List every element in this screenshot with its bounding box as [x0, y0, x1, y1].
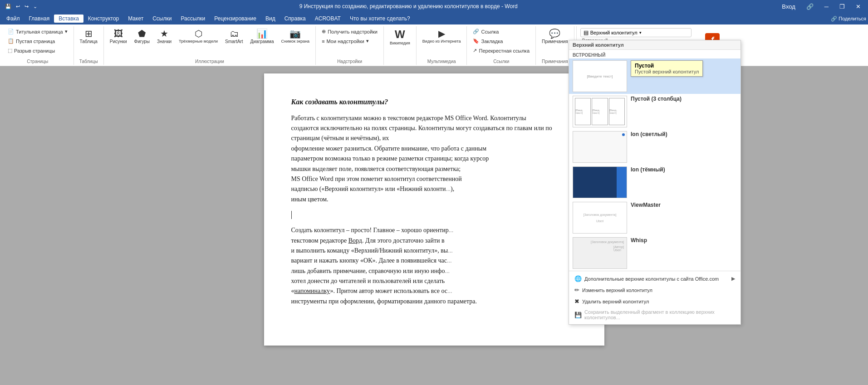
window-title: 9 Инструкция по созданию, редактированию… — [39, 3, 778, 10]
pictures-button[interactable]: 🖼 Рисунки — [107, 27, 130, 46]
3col-preview: [Введ. текст] [Введ. текст] [Введ. текст… — [573, 96, 627, 127]
tooltip-box: Пустой Пустой верхний колонтитул — [631, 60, 703, 77]
viewmaster-preview: [Заголовок документа]Uberi — [573, 202, 627, 234]
panel-item-ion-light[interactable]: Ion (светлый) — [569, 129, 740, 165]
col2: [Введ. текст] — [592, 98, 608, 125]
cursor-line — [291, 211, 577, 219]
cover-page-arrow: ▾ — [65, 29, 68, 34]
3d-models-button[interactable]: ⬡ Трёхмерные модели — [176, 27, 221, 45]
bookmark-icon: 🔖 — [473, 38, 479, 44]
menu-help[interactable]: Справка — [280, 15, 310, 23]
tables-items: ⊞ Таблица — [77, 27, 101, 57]
panel-item-3col[interactable]: [Введ. текст] [Введ. текст] [Введ. текст… — [569, 94, 740, 129]
menu-references[interactable]: Ссылки — [148, 15, 176, 23]
blank-page-icon: 📋 — [8, 38, 14, 44]
viewmaster-name: ViewMaster — [631, 202, 661, 208]
empty-info: Пустой Пустой верхний колонтитул — [631, 60, 703, 92]
save-to-collection-button: 💾 Сохранить выделенный фрагмент в коллек… — [569, 307, 740, 322]
chart-button[interactable]: 📊 Диаграмма — [247, 27, 277, 46]
delete-header-icon: ✖ — [574, 298, 579, 305]
table-icon: ⊞ — [85, 29, 93, 38]
blank-page-button[interactable]: 📋 Пустая страница — [5, 37, 71, 45]
comment-icon: 💬 — [549, 29, 560, 38]
illustrations-group-label: Иллюстрации — [195, 58, 224, 64]
menu-file[interactable]: Файл — [2, 15, 25, 23]
pages-items: 📄 Титульная страница ▾ 📋 Пустая страница… — [5, 27, 71, 57]
comment-button[interactable]: 💬 Примечания — [539, 27, 571, 46]
ion-light-name: Ion (светлый) — [631, 131, 667, 137]
menu-home[interactable]: Главная — [25, 15, 54, 23]
menu-mailings[interactable]: Рассылки — [176, 15, 210, 23]
header-panel-content: Встроенный [Введите текст] Пустой Пустой… — [569, 50, 740, 271]
illustrations-items: 🖼 Рисунки ⬟ Фигуры ★ Значки ⬡ Трёхмерные… — [107, 27, 313, 57]
ion-light-preview — [573, 131, 627, 163]
smartart-button[interactable]: 🗂 SmartArt — [222, 27, 246, 46]
menu-layout[interactable]: Макет — [123, 15, 148, 23]
cross-ref-button[interactable]: ↗ Перекрестная ссылка — [470, 46, 533, 55]
my-addins-arrow: ▾ — [366, 38, 369, 44]
title-bar-left: 💾 ↩ ↪ ⌄ — [4, 3, 39, 10]
ribbon-group-wikipedia: W Википедия — [384, 26, 417, 65]
edit-header-icon: ✏ — [574, 287, 579, 293]
undo-button[interactable]: ↩ — [15, 3, 21, 10]
login-button[interactable]: Вход — [778, 2, 799, 11]
document-paragraph-2: Создать колонтитул – просто! Главное – х… — [291, 225, 577, 307]
wikipedia-items: W Википедия — [387, 27, 413, 62]
pictures-icon: 🖼 — [114, 29, 123, 38]
close-button[interactable]: ✕ — [852, 2, 864, 11]
menu-view[interactable]: Вид — [261, 15, 280, 23]
page-break-button[interactable]: ⬚ Разрыв страницы — [5, 46, 71, 55]
ribbon-group-illustrations: 🖼 Рисунки ⬟ Фигуры ★ Значки ⬡ Трёхмерные… — [104, 26, 316, 65]
my-addins-icon: ≡ — [322, 39, 324, 44]
document-paragraph-1: Работать с колонтитулами можно в текстов… — [291, 113, 577, 205]
menu-search[interactable]: Что вы хотите сделать? — [345, 15, 415, 23]
save-button[interactable]: 💾 — [4, 3, 13, 10]
header-footer-dropdown[interactable]: ▤ Верхний колонтитул ▾ — [580, 28, 691, 37]
panel-item-empty[interactable]: [Введите текст] Пустой Пустой верхний ко… — [569, 58, 740, 94]
smartart-icon: 🗂 — [230, 29, 239, 38]
media-items: ▶ Видео из Интернета — [419, 27, 464, 57]
links-items: 🔗 Ссылка 🔖 Закладка ↗ Перекрестная ссылк… — [470, 27, 533, 57]
wikipedia-button[interactable]: W Википедия — [387, 27, 413, 47]
document-page[interactable]: Как создавать колонтитулы? Работать с ко… — [264, 73, 604, 346]
tables-group-label: Таблицы — [79, 58, 98, 64]
ion-light-info: Ion (светлый) — [631, 131, 667, 163]
panel-item-ion-dark[interactable]: Ion (тёмный) — [569, 165, 740, 200]
restore-button[interactable]: ❐ — [836, 2, 848, 11]
whisp-name: Whisp — [631, 237, 647, 244]
menu-review[interactable]: Рецензирование — [210, 15, 261, 23]
table-button[interactable]: ⊞ Таблица — [77, 27, 101, 46]
share-icon[interactable]: 🔗 — [803, 2, 817, 11]
icons-button[interactable]: ★ Значки — [154, 27, 175, 46]
panel-item-viewmaster[interactable]: [Заголовок документа]Uberi ViewMaster — [569, 200, 740, 235]
minimize-button[interactable]: ─ — [821, 2, 832, 11]
panel-item-whisp[interactable]: [Заголовок документа] [Автор]Uberi Whisp — [569, 235, 740, 271]
get-addins-button[interactable]: ⊕ Получить надстройки — [319, 27, 381, 36]
quick-access-toolbar: 💾 ↩ ↪ ⌄ — [4, 3, 39, 10]
3d-icon: ⬡ — [195, 29, 202, 38]
edit-header-button[interactable]: ✏ Изменить верхний колонтитул — [569, 284, 740, 296]
cover-page-button[interactable]: 📄 Титульная страница ▾ — [5, 27, 71, 36]
menu-insert[interactable]: Вставка — [54, 15, 83, 23]
menu-design[interactable]: Конструктор — [83, 15, 123, 23]
shapes-button[interactable]: ⬟ Фигуры — [131, 27, 153, 46]
delete-header-button[interactable]: ✖ Удалить верхний колонтитул — [569, 296, 740, 307]
comments-group-label: Примечания — [542, 58, 568, 64]
link-button[interactable]: 🔗 Ссылка — [470, 27, 533, 36]
bookmark-button[interactable]: 🔖 Закладка — [470, 37, 533, 45]
ion-dark-info: Ion (тёмный) — [631, 166, 665, 198]
my-addins-button[interactable]: ≡ Мои надстройки ▾ — [319, 37, 381, 45]
col3: [Введ. текст] — [609, 98, 625, 125]
ribbon-group-pages: 📄 Титульная страница ▾ 📋 Пустая страница… — [2, 26, 74, 65]
wikipedia-icon: W — [395, 29, 405, 40]
screenshot-button[interactable]: 📷 Снимок экрана — [278, 27, 313, 45]
qa-dropdown-button[interactable]: ⌄ — [32, 3, 39, 10]
cross-ref-icon: ↗ — [473, 48, 477, 54]
more-headers-button[interactable]: 🌐 Дополнительные верхние колонтитулы с с… — [569, 273, 740, 284]
video-button[interactable]: ▶ Видео из Интернета — [419, 27, 464, 45]
ribbon-group-media: ▶ Видео из Интернета Мультимедиа — [417, 26, 467, 65]
redo-button[interactable]: ↪ — [23, 3, 30, 10]
menu-acrobat[interactable]: ACROBAT — [310, 15, 345, 23]
col1: [Введ. текст] — [575, 98, 591, 125]
video-icon: ▶ — [438, 29, 445, 38]
